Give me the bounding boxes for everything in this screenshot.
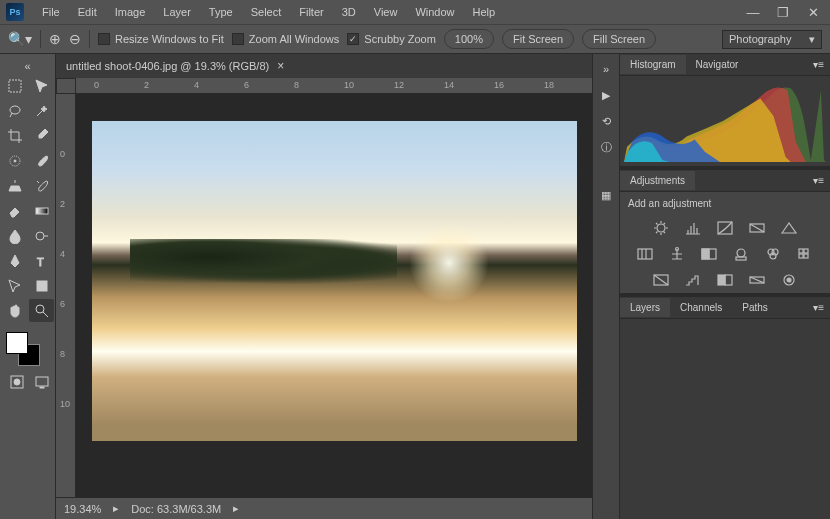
history-brush-tool[interactable]	[29, 174, 54, 197]
pen-tool[interactable]	[2, 249, 27, 272]
screen-mode-icon[interactable]	[32, 370, 54, 393]
tab-layers[interactable]: Layers	[620, 298, 670, 317]
panel-menu-icon[interactable]: ▾≡	[807, 175, 830, 186]
menu-view[interactable]: View	[366, 2, 406, 22]
zoom-out-icon[interactable]: ⊖	[69, 31, 81, 47]
panels-dock: Histogram Navigator ▾≡ Adjustments ▾≡ Ad…	[620, 54, 830, 519]
exposure-icon[interactable]	[746, 219, 768, 237]
zoom-in-icon[interactable]: ⊕	[49, 31, 61, 47]
move-tool[interactable]	[29, 74, 54, 97]
history-icon[interactable]: ⟲	[597, 112, 615, 130]
blur-tool[interactable]	[2, 224, 27, 247]
quick-mask-icon[interactable]	[6, 370, 28, 393]
levels-icon[interactable]	[682, 219, 704, 237]
svg-point-10	[14, 379, 20, 385]
tab-adjustments[interactable]: Adjustments	[620, 171, 695, 190]
document-tab[interactable]: untitled shoot-0406.jpg @ 19.3% (RGB/8) …	[56, 54, 294, 78]
document-tab-title: untitled shoot-0406.jpg @ 19.3% (RGB/8)	[66, 60, 269, 72]
horizontal-ruler[interactable]: 0 2 4 6 8 10 12 14 16 18	[76, 78, 592, 94]
channel-mixer-icon[interactable]	[762, 245, 784, 263]
eyedropper-tool[interactable]	[29, 124, 54, 147]
foreground-color-swatch[interactable]	[6, 332, 28, 354]
minimize-button[interactable]: —	[742, 5, 764, 19]
bw-icon[interactable]	[698, 245, 720, 263]
panel-menu-icon[interactable]: ▾≡	[807, 302, 830, 313]
fit-screen-button[interactable]: Fit Screen	[502, 29, 574, 49]
doc-size-status[interactable]: Doc: 63.3M/63.3M	[131, 503, 221, 515]
menu-3d[interactable]: 3D	[334, 2, 364, 22]
canvas-viewport[interactable]	[76, 94, 592, 497]
tab-paths[interactable]: Paths	[732, 298, 778, 317]
maximize-button[interactable]: ❐	[772, 5, 794, 19]
swatch-panel-icon[interactable]: ▦	[597, 186, 615, 204]
menu-image[interactable]: Image	[107, 2, 154, 22]
image-content	[409, 223, 489, 303]
menu-edit[interactable]: Edit	[70, 2, 105, 22]
expand-panels-icon[interactable]: »	[597, 60, 615, 78]
zoom-100-button[interactable]: 100%	[444, 29, 494, 49]
type-tool[interactable]: T	[29, 249, 54, 272]
chevron-right-icon[interactable]: ▸	[233, 502, 239, 515]
hue-sat-icon[interactable]	[634, 245, 656, 263]
zoom-all-checkbox[interactable]: Zoom All Windows	[232, 33, 339, 45]
crop-tool[interactable]	[2, 124, 27, 147]
tools-collapse-icon[interactable]: «	[2, 58, 53, 74]
vibrance-icon[interactable]	[778, 219, 800, 237]
gradient-map-icon[interactable]	[746, 271, 768, 289]
chevron-right-icon[interactable]: ▸	[113, 502, 119, 515]
tab-navigator[interactable]: Navigator	[686, 55, 749, 74]
photo-filter-icon[interactable]	[730, 245, 752, 263]
marquee-tool[interactable]	[2, 74, 27, 97]
menu-select[interactable]: Select	[243, 2, 290, 22]
zoom-tool[interactable]	[29, 299, 54, 322]
document-canvas[interactable]	[92, 121, 577, 441]
invert-icon[interactable]	[650, 271, 672, 289]
shape-tool[interactable]	[29, 274, 54, 297]
workspace-dropdown[interactable]: Photography▾	[722, 30, 822, 49]
lasso-tool[interactable]	[2, 99, 27, 122]
magic-wand-tool[interactable]	[29, 99, 54, 122]
close-button[interactable]: ✕	[802, 5, 824, 19]
svg-rect-25	[799, 249, 803, 253]
info-icon[interactable]: ⓘ	[597, 138, 615, 156]
dodge-tool[interactable]	[29, 224, 54, 247]
fill-screen-button[interactable]: Fill Screen	[582, 29, 656, 49]
gradient-tool[interactable]	[29, 199, 54, 222]
play-icon[interactable]: ▶	[597, 86, 615, 104]
brush-tool[interactable]	[29, 149, 54, 172]
scrubby-zoom-checkbox[interactable]: ✓Scrubby Zoom	[347, 33, 436, 45]
resize-windows-checkbox[interactable]: Resize Windows to Fit	[98, 33, 224, 45]
spot-heal-tool[interactable]	[2, 149, 27, 172]
svg-point-34	[787, 278, 791, 282]
menu-filter[interactable]: Filter	[291, 2, 331, 22]
clone-stamp-tool[interactable]	[2, 174, 27, 197]
zoom-level-status[interactable]: 19.34%	[64, 503, 101, 515]
close-tab-icon[interactable]: ×	[277, 59, 284, 73]
svg-point-5	[36, 232, 44, 240]
posterize-icon[interactable]	[682, 271, 704, 289]
eraser-tool[interactable]	[2, 199, 27, 222]
layers-panel-body[interactable]	[620, 319, 830, 519]
menu-file[interactable]: File	[34, 2, 68, 22]
hand-tool[interactable]	[2, 299, 27, 322]
selective-color-icon[interactable]	[778, 271, 800, 289]
curves-icon[interactable]	[714, 219, 736, 237]
svg-rect-0	[9, 80, 21, 92]
app-logo[interactable]: Ps	[6, 3, 24, 21]
svg-rect-26	[804, 249, 808, 253]
path-select-tool[interactable]	[2, 274, 27, 297]
color-lookup-icon[interactable]	[794, 245, 816, 263]
ruler-origin[interactable]	[56, 78, 76, 94]
menu-help[interactable]: Help	[465, 2, 504, 22]
brightness-contrast-icon[interactable]	[650, 219, 672, 237]
menu-layer[interactable]: Layer	[155, 2, 199, 22]
color-balance-icon[interactable]	[666, 245, 688, 263]
threshold-icon[interactable]	[714, 271, 736, 289]
menu-type[interactable]: Type	[201, 2, 241, 22]
panel-menu-icon[interactable]: ▾≡	[807, 59, 830, 70]
tab-histogram[interactable]: Histogram	[620, 55, 686, 74]
menu-window[interactable]: Window	[407, 2, 462, 22]
zoom-tool-icon[interactable]: 🔍▾	[8, 31, 32, 47]
tab-channels[interactable]: Channels	[670, 298, 732, 317]
vertical-ruler[interactable]: 0 2 4 6 8 10	[56, 94, 76, 497]
